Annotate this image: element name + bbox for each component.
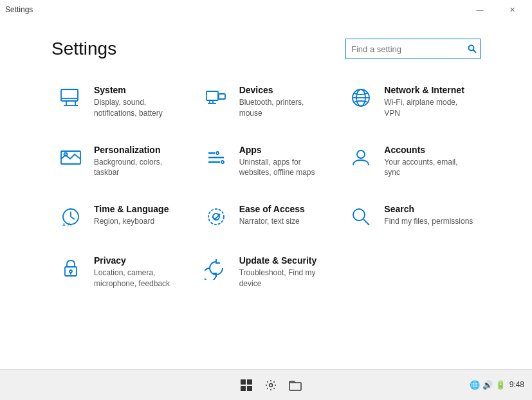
svg-rect-8 xyxy=(219,94,225,99)
devices-icon xyxy=(203,85,229,111)
system-icon xyxy=(58,85,84,111)
settings-grid: System Display, sound, notifications, ba… xyxy=(51,78,481,296)
taskbar-time: 9:48 xyxy=(509,380,524,390)
settings-item-search[interactable]: Search Find my files, permissions xyxy=(342,197,481,236)
ease-text: Ease of Access Narrator, text size xyxy=(239,204,329,227)
privacy-icon xyxy=(58,255,84,281)
time-desc: Region, keyboard xyxy=(94,216,184,227)
apps-name: Apps xyxy=(239,145,329,155)
ease-icon xyxy=(203,204,229,230)
taskbar-center xyxy=(236,375,306,395)
ease-name: Ease of Access xyxy=(239,204,329,214)
svg-rect-36 xyxy=(247,379,252,385)
header-row: Settings xyxy=(51,39,481,59)
settings-item-time[interactable]: A A Time & Language Region, keyboard xyxy=(51,197,190,236)
svg-text:A: A xyxy=(68,221,71,228)
svg-point-30 xyxy=(353,209,365,221)
search-name: Search xyxy=(384,204,474,214)
settings-item-accounts[interactable]: Accounts Your accounts, email, sync xyxy=(342,138,481,185)
settings-item-apps[interactable]: Apps Uninstall, apps for websites, offli… xyxy=(197,138,336,185)
taskbar: 🌐 🔊 🔋 9:48 xyxy=(0,369,532,400)
update-text: Update & Security Troubleshoot, Find my … xyxy=(239,255,329,289)
ease-desc: Narrator, text size xyxy=(239,216,329,227)
accounts-desc: Your accounts, email, sync xyxy=(384,157,474,179)
search-input[interactable] xyxy=(346,44,464,54)
personalization-desc: Background, colors, taskbar xyxy=(94,157,184,179)
time-name: Time & Language xyxy=(94,204,184,214)
settings-item-devices[interactable]: Devices Bluetooth, printers, mouse xyxy=(197,78,336,125)
titlebar: Settings — ✕ xyxy=(0,0,532,19)
svg-point-29 xyxy=(213,214,219,220)
svg-point-33 xyxy=(69,270,72,273)
svg-line-25 xyxy=(71,217,75,219)
svg-line-31 xyxy=(363,219,369,225)
settings-item-privacy[interactable]: Privacy Location, camera, microphone, fe… xyxy=(51,249,190,296)
system-desc: Display, sound, notifications, battery xyxy=(94,97,184,119)
sys-icons: 🌐 🔊 🔋 xyxy=(470,380,506,390)
update-desc: Troubleshoot, Find my device xyxy=(239,268,329,289)
volume-sys-icon: 🔊 xyxy=(482,380,493,390)
start-button[interactable] xyxy=(236,375,257,395)
accounts-text: Accounts Your accounts, email, sync xyxy=(384,145,474,179)
settings-taskbar-icon[interactable] xyxy=(261,375,281,395)
svg-rect-35 xyxy=(241,379,246,385)
time-icon: A A xyxy=(58,204,84,230)
svg-point-28 xyxy=(208,209,224,224)
devices-desc: Bluetooth, printers, mouse xyxy=(239,97,329,119)
close-button[interactable]: ✕ xyxy=(497,0,527,19)
titlebar-controls: — ✕ xyxy=(465,0,527,19)
system-name: System xyxy=(94,85,184,95)
search-desc: Find my files, permissions xyxy=(384,216,474,227)
svg-rect-40 xyxy=(289,383,301,390)
personalization-icon xyxy=(58,145,84,170)
settings-item-update[interactable]: Update & Security Troubleshoot, Find my … xyxy=(197,249,336,296)
svg-rect-2 xyxy=(61,89,78,101)
network-icon xyxy=(348,85,374,111)
update-icon xyxy=(203,255,229,281)
svg-rect-7 xyxy=(206,91,218,100)
svg-rect-37 xyxy=(241,386,246,391)
network-text: Network & Internet Wi-Fi, airplane mode,… xyxy=(384,85,474,119)
accounts-name: Accounts xyxy=(384,145,474,155)
svg-point-20 xyxy=(216,152,219,154)
network-name: Network & Internet xyxy=(384,85,474,95)
search-text: Search Find my files, permissions xyxy=(384,204,474,227)
privacy-desc: Location, camera, microphone, feedback xyxy=(94,268,184,289)
accounts-icon xyxy=(348,145,374,170)
search-box xyxy=(345,39,481,59)
devices-text: Devices Bluetooth, printers, mouse xyxy=(239,85,329,119)
settings-item-network[interactable]: Network & Internet Wi-Fi, airplane mode,… xyxy=(342,78,481,125)
svg-point-0 xyxy=(469,46,474,51)
settings-item-system[interactable]: System Display, sound, notifications, ba… xyxy=(51,78,190,125)
time-display: 9:48 xyxy=(509,380,524,390)
system-text: System Display, sound, notifications, ba… xyxy=(94,85,184,119)
apps-text: Apps Uninstall, apps for websites, offli… xyxy=(239,145,329,179)
svg-point-21 xyxy=(221,161,224,163)
update-name: Update & Security xyxy=(239,255,329,266)
titlebar-title: Settings xyxy=(5,5,33,14)
search-icon[interactable] xyxy=(464,39,480,59)
search-settings-icon xyxy=(348,204,374,230)
page-title: Settings xyxy=(51,39,116,59)
apps-desc: Uninstall, apps for websites, offline ma… xyxy=(239,157,329,179)
svg-point-39 xyxy=(269,383,272,386)
minimize-button[interactable]: — xyxy=(465,0,495,19)
svg-rect-38 xyxy=(247,386,252,391)
privacy-text: Privacy Location, camera, microphone, fe… xyxy=(94,255,184,289)
time-text: Time & Language Region, keyboard xyxy=(94,204,184,227)
svg-text:A: A xyxy=(62,223,66,227)
settings-item-personalization[interactable]: Personalization Background, colors, task… xyxy=(51,138,190,185)
taskbar-right: 🌐 🔊 🔋 9:48 xyxy=(470,380,524,390)
personalization-name: Personalization xyxy=(94,145,184,155)
privacy-name: Privacy xyxy=(94,255,184,266)
apps-icon xyxy=(203,145,229,170)
personalization-text: Personalization Background, colors, task… xyxy=(94,145,184,179)
settings-item-ease[interactable]: Ease of Access Narrator, text size xyxy=(197,197,336,236)
explorer-taskbar-icon[interactable] xyxy=(285,375,306,395)
battery-sys-icon: 🔋 xyxy=(495,380,506,390)
network-sys-icon: 🌐 xyxy=(470,380,480,390)
main-content: Settings xyxy=(0,19,532,369)
svg-point-22 xyxy=(357,150,365,158)
svg-line-1 xyxy=(473,50,477,53)
network-desc: Wi-Fi, airplane mode, VPN xyxy=(384,97,474,119)
